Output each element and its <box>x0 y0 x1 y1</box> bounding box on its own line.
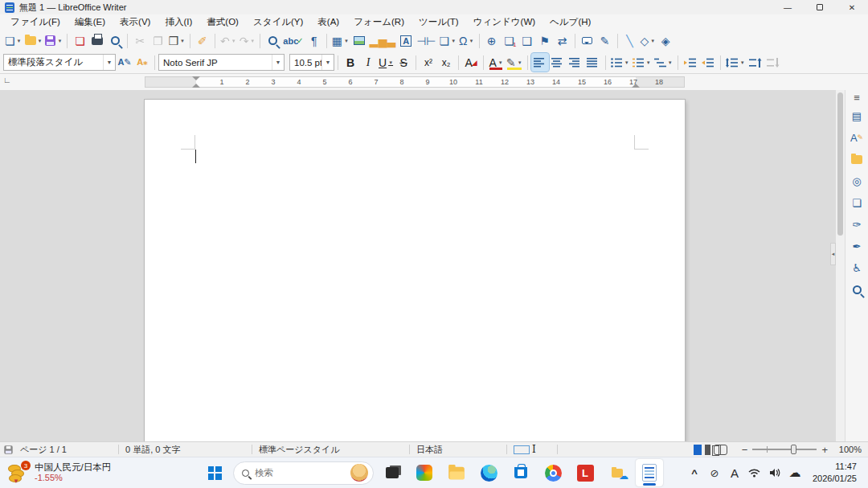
close-button[interactable]: ✕ <box>836 0 868 14</box>
page-number-status[interactable]: ページ 1 / 1 <box>14 444 118 456</box>
font-size-combobox[interactable]: 10.5 pt ▼ <box>289 54 334 71</box>
notifications-off-icon[interactable]: ⊘ <box>706 461 723 485</box>
sidebar-tab-page[interactable]: ❏ <box>847 194 866 211</box>
vertical-scrollbar[interactable]: ◂ <box>836 90 845 441</box>
menu-item[interactable]: 表示(V) <box>113 14 158 30</box>
sidebar-tab-style-inspector[interactable]: ✑ <box>847 215 866 233</box>
zoom-level-label[interactable]: 100% <box>833 445 868 454</box>
taskbar-line-app-button[interactable]: L <box>571 459 599 486</box>
volume-icon[interactable] <box>766 461 784 485</box>
insert-footnote-button[interactable]: ❏1 <box>501 31 518 50</box>
taskbar-onedrive-folder-button[interactable]: ☁ <box>604 459 631 486</box>
clone-formatting-button[interactable]: ✐ <box>194 31 211 50</box>
outline-list-button[interactable]: ▼ <box>653 53 674 72</box>
insert-endnote-button[interactable]: ❑ <box>518 31 536 50</box>
language-status[interactable]: 日本語 <box>410 444 506 456</box>
hyperlink-button[interactable]: ⊕ <box>483 31 501 50</box>
document-page[interactable] <box>145 100 685 441</box>
menu-item[interactable]: ツール(T) <box>411 14 466 30</box>
special-character-button[interactable]: Ω▼ <box>457 31 475 50</box>
scrollbar-thumb[interactable] <box>837 92 843 236</box>
ime-mode-icon[interactable]: A <box>726 461 743 485</box>
underline-button[interactable]: U▼ <box>377 53 395 72</box>
justify-button[interactable] <box>584 53 602 72</box>
sidebar-tab-manage-changes[interactable]: ✒ <box>847 237 866 255</box>
open-button[interactable]: ▼ <box>23 31 44 50</box>
strikethrough-button[interactable]: S <box>395 53 412 72</box>
subscript-button[interactable]: x₂ <box>437 53 455 72</box>
combobox-arrow-icon[interactable]: ▼ <box>321 55 334 70</box>
sidebar-collapse-handle[interactable]: ◂ <box>830 243 836 265</box>
insert-comment-button[interactable] <box>579 31 596 50</box>
sidebar-tab-gallery[interactable] <box>847 150 866 168</box>
font-name-combobox[interactable]: Noto Serif JP ▼ <box>158 54 285 71</box>
minimize-button[interactable]: — <box>772 0 804 14</box>
zoom-slider-thumb[interactable] <box>791 445 796 454</box>
menu-item[interactable]: 書式(O) <box>199 14 246 30</box>
taskbar-file-explorer-button[interactable] <box>443 459 470 486</box>
single-page-view-button[interactable] <box>694 445 702 455</box>
highlight-color-button[interactable]: ✎▼ <box>505 53 524 72</box>
tray-clock[interactable]: 11:47 2026/01/25 <box>806 461 862 485</box>
start-button[interactable] <box>201 459 228 486</box>
clear-formatting-button[interactable]: A◢ <box>462 53 480 72</box>
menu-item[interactable]: 編集(E) <box>68 14 113 30</box>
menu-item[interactable]: 表(A) <box>310 14 346 30</box>
taskbar-search-box[interactable] <box>233 461 374 485</box>
zoom-slider[interactable] <box>752 449 817 450</box>
bullet-list-button[interactable]: ▼ <box>609 53 631 72</box>
wifi-icon[interactable] <box>746 461 764 485</box>
sidebar-tab-find[interactable] <box>847 281 866 298</box>
combobox-arrow-icon[interactable]: ▼ <box>272 55 284 70</box>
menu-item[interactable]: ヘルプ(H) <box>542 14 598 30</box>
spelling-button[interactable]: abc✓ <box>281 31 305 50</box>
document-area[interactable] <box>0 90 836 441</box>
word-count-status[interactable]: 0 単語, 0 文字 <box>119 444 252 456</box>
search-highlight-image[interactable] <box>350 464 368 482</box>
insert-chart-button[interactable]: ▂▅▃ <box>368 31 397 50</box>
find-replace-button[interactable] <box>264 31 281 50</box>
sidebar-tab-styles[interactable]: A✎ <box>847 129 866 146</box>
numbered-list-button[interactable]: ▼ <box>631 53 653 72</box>
taskbar-copilot-button[interactable] <box>411 459 438 486</box>
menu-item[interactable]: ファイル(F) <box>3 14 68 30</box>
page-style-status[interactable]: 標準ページスタイル <box>252 444 409 456</box>
maximize-button[interactable] <box>804 0 836 14</box>
menu-item[interactable]: 挿入(I) <box>158 14 199 30</box>
save-button[interactable]: ▼ <box>43 31 63 50</box>
menu-item[interactable]: ウィンドウ(W) <box>466 14 542 30</box>
new-style-button[interactable]: A⁎ <box>133 53 151 72</box>
book-view-button[interactable] <box>714 445 727 455</box>
horizontal-ruler[interactable]: 123456789101112131415161718 <box>145 76 685 88</box>
sidebar-tab-navigator[interactable]: ◎ <box>847 172 866 190</box>
basic-shapes-button[interactable]: ◇▼ <box>639 31 657 50</box>
italic-button[interactable]: I <box>359 53 377 72</box>
zoom-out-button[interactable]: − <box>737 444 753 456</box>
font-color-button[interactable]: A▼ <box>487 53 505 72</box>
decrease-indent-button[interactable] <box>699 53 717 72</box>
menu-item[interactable]: スタイル(Y) <box>246 14 310 30</box>
bold-button[interactable]: B <box>342 53 359 72</box>
superscript-button[interactable]: x² <box>420 53 437 72</box>
align-right-button[interactable] <box>567 53 584 72</box>
tray-overflow-chevron[interactable]: ^ <box>686 461 703 485</box>
print-preview-button[interactable] <box>106 31 124 50</box>
combobox-arrow-icon[interactable]: ▼ <box>103 55 115 70</box>
paste-button[interactable]: ❒▼ <box>166 31 186 50</box>
insert-page-break-button[interactable]: ⊣⊢ <box>415 31 437 50</box>
sidebar-settings-button[interactable]: ≡ <box>847 92 866 103</box>
increase-indent-button[interactable] <box>682 53 699 72</box>
update-style-button[interactable]: A✎ <box>116 53 133 72</box>
insert-image-button[interactable] <box>350 31 368 50</box>
line-spacing-button[interactable]: ▼ <box>724 53 747 72</box>
save-status-icon[interactable] <box>4 445 12 453</box>
insert-line-button[interactable]: ╲ <box>621 31 639 50</box>
search-input[interactable] <box>255 468 345 478</box>
paragraph-style-combobox[interactable]: 標準段落スタイル ▼ <box>3 54 116 71</box>
multi-page-view-button[interactable] <box>705 445 710 455</box>
sidebar-tab-accessibility-check[interactable]: ♿ <box>847 259 866 277</box>
weather-cloud-icon[interactable]: ☁ <box>786 461 804 485</box>
new-document-button[interactable]: ❏▼ <box>3 31 23 50</box>
formatting-marks-button[interactable]: ¶ <box>305 31 323 50</box>
insert-bookmark-button[interactable]: ⚑ <box>536 31 554 50</box>
